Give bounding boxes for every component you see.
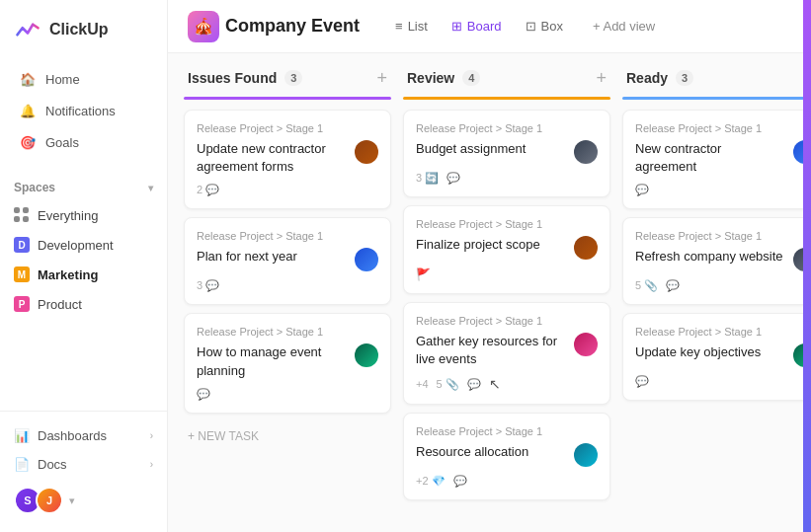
card-finalize-scope[interactable]: Release Project > Stage 1 Finalize proje… — [403, 205, 610, 294]
marketing-label: Marketing — [38, 267, 98, 282]
tab-list[interactable]: ≡ List — [385, 14, 438, 38]
card-stat-attach: 5 📎 — [437, 378, 459, 391]
tab-box-label: Box — [541, 19, 563, 34]
card-footer: 5 📎 💬 — [635, 279, 803, 292]
sidebar-item-dashboards[interactable]: 📊 Dashboards › — [6, 421, 161, 450]
card-gather-resources[interactable]: Release Project > Stage 1 Gather key res… — [403, 302, 610, 405]
view-tabs: ≡ List ⊞ Board ⊡ Box — [385, 14, 573, 38]
card-footer: 💬 — [635, 184, 803, 196]
card-title: Update new contractor agreement forms — [197, 140, 347, 176]
card-stat-comment: 💬 — [446, 172, 460, 185]
card-refresh-website[interactable]: Release Project > Stage 1 Refresh compan… — [622, 217, 803, 305]
card-footer: +2 💎 💬 — [416, 475, 598, 488]
logo[interactable]: ClickUp — [0, 0, 167, 59]
everything-label: Everything — [38, 208, 98, 223]
column-review-title: Review — [407, 70, 454, 86]
goals-label: Goals — [45, 135, 79, 150]
chevron-right-icon: › — [150, 430, 153, 441]
card-meta: Release Project > Stage 1 — [416, 218, 598, 230]
card-plan-next-year[interactable]: Release Project > Stage 1 Plan for next … — [184, 217, 391, 305]
card-header: Budget assignment — [416, 140, 598, 164]
card-update-objectives[interactable]: Release Project > Stage 1 Update key obj… — [622, 313, 803, 401]
card-header: New contractor agreement — [635, 140, 803, 176]
column-issues-count: 3 — [284, 70, 302, 86]
column-review-header: Review 4 + — [403, 69, 610, 97]
card-title: Refresh company website — [635, 248, 785, 266]
avatar — [355, 343, 378, 367]
card-title: Resource allocation — [416, 443, 566, 461]
sidebar-item-development[interactable]: D Development — [6, 230, 161, 260]
card-header: Resource allocation — [416, 443, 598, 467]
product-dot: P — [14, 296, 30, 312]
sidebar-bottom: 📊 Dashboards › 📄 Docs › S J ▾ — [0, 411, 167, 532]
card-meta: Release Project > Stage 1 — [416, 315, 598, 327]
project-icon: 🎪 — [188, 11, 219, 42]
column-issues-indicator — [184, 97, 391, 100]
column-review-count: 4 — [462, 70, 480, 86]
column-ready-count: 3 — [676, 70, 693, 86]
board: Issues Found 3 + Release Project > Stage… — [168, 53, 803, 532]
card-meta: Release Project > Stage 1 — [635, 230, 803, 242]
card-resource-allocation[interactable]: Release Project > Stage 1 Resource alloc… — [403, 413, 610, 500]
new-task-button[interactable]: + NEW TASK — [184, 423, 391, 449]
add-view-button[interactable]: + Add view — [583, 14, 665, 38]
card-meta: Release Project > Stage 1 — [416, 122, 598, 134]
column-ready-header: Ready 3 + — [622, 69, 803, 97]
user-avatar-group[interactable]: S J ▾ — [14, 487, 153, 514]
card-stat: 💬 — [197, 388, 210, 401]
sidebar-item-docs[interactable]: 📄 Docs › — [6, 450, 161, 479]
avatar — [355, 248, 378, 271]
box-icon: ⊡ — [526, 19, 536, 34]
column-issues: Issues Found 3 + Release Project > Stage… — [184, 69, 391, 516]
goals-icon: 🎯 — [20, 135, 36, 150]
avatar — [355, 140, 378, 164]
cursor-icon: ↖ — [489, 376, 501, 392]
sidebar: ClickUp 🏠 Home 🔔 Notifications 🎯 Goals S… — [0, 0, 168, 532]
avatar-expand: ▾ — [69, 494, 75, 507]
column-issues-add-button[interactable]: + — [376, 69, 387, 87]
sidebar-item-goals[interactable]: 🎯 Goals — [6, 127, 161, 158]
spaces-section: Spaces ▾ Everything D Development M Mark… — [0, 175, 167, 319]
home-label: Home — [45, 72, 80, 87]
card-stat-diamond: +2 💎 — [416, 475, 446, 488]
card-new-contractor[interactable]: Release Project > Stage 1 New contractor… — [622, 110, 803, 209]
notifications-label: Notifications — [45, 104, 116, 118]
tab-box[interactable]: ⊡ Box — [516, 14, 573, 38]
card-manage-event[interactable]: Release Project > Stage 1 How to manage … — [184, 313, 391, 413]
tab-board-label: Board — [467, 19, 502, 34]
page-title: Company Event — [225, 16, 360, 37]
card-stat-refresh: 3 🔄 — [416, 172, 439, 185]
card-meta: Release Project > Stage 1 — [197, 122, 378, 134]
avatar — [574, 443, 598, 467]
column-issues-title-group: Issues Found 3 — [188, 70, 302, 86]
notifications-icon: 🔔 — [20, 104, 36, 118]
sidebar-item-everything[interactable]: Everything — [6, 200, 161, 230]
tab-list-label: List — [408, 19, 428, 34]
tab-board[interactable]: ⊞ Board — [442, 14, 512, 38]
card-header: How to manage event planning — [197, 343, 378, 379]
card-title: Finalize project scope — [416, 236, 566, 254]
header: 🎪 Company Event ≡ List ⊞ Board ⊡ Box + A… — [168, 0, 803, 53]
sidebar-item-home[interactable]: 🏠 Home — [6, 64, 161, 95]
spaces-header[interactable]: Spaces ▾ — [6, 175, 161, 200]
card-stat-comment: 💬 — [666, 279, 680, 292]
column-review-add-button[interactable]: + — [596, 69, 607, 87]
board-icon: ⊞ — [451, 19, 462, 34]
card-budget[interactable]: Release Project > Stage 1 Budget assignm… — [403, 110, 610, 197]
card-contractor-forms[interactable]: Release Project > Stage 1 Update new con… — [184, 110, 391, 209]
spaces-label: Spaces — [14, 181, 55, 194]
card-stat-comment: 💬 — [635, 375, 649, 388]
sidebar-item-marketing[interactable]: M Marketing — [6, 260, 161, 289]
card-stat-attach: 5 📎 — [635, 279, 658, 292]
card-stat: 2 💬 — [197, 184, 219, 196]
sidebar-item-notifications[interactable]: 🔔 Notifications — [6, 96, 161, 126]
column-ready-indicator — [622, 97, 803, 100]
card-header: Update new contractor agreement forms — [197, 140, 378, 176]
card-header: Update key objectives — [635, 343, 803, 367]
sidebar-item-product[interactable]: P Product — [6, 289, 161, 319]
column-review-title-group: Review 4 — [407, 70, 480, 86]
column-issues-header: Issues Found 3 + — [184, 69, 391, 97]
card-title: New contractor agreement — [635, 140, 785, 176]
clickup-logo-icon — [14, 16, 41, 43]
grid-icon — [14, 207, 30, 223]
